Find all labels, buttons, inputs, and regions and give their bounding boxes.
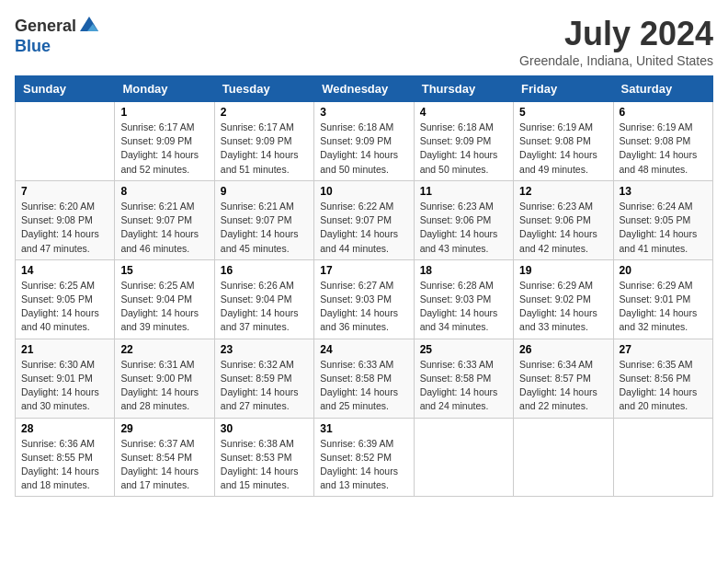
day-cell	[16, 102, 115, 181]
day-detail: Sunrise: 6:37 AM Sunset: 8:54 PM Dayligh…	[120, 437, 208, 493]
day-number: 6	[620, 106, 707, 119]
day-detail: Sunrise: 6:26 AM Sunset: 9:04 PM Dayligh…	[221, 279, 308, 335]
day-number: 5	[519, 106, 607, 119]
day-cell: 21Sunrise: 6:30 AM Sunset: 9:01 PM Dayli…	[16, 339, 115, 418]
day-cell	[514, 418, 613, 497]
week-row-4: 21Sunrise: 6:30 AM Sunset: 9:01 PM Dayli…	[16, 339, 713, 418]
logo-blue: Blue	[15, 37, 51, 56]
day-number: 25	[420, 343, 507, 356]
day-number: 9	[221, 185, 308, 198]
day-number: 14	[21, 264, 108, 277]
header-friday: Friday	[514, 76, 613, 102]
day-number: 24	[320, 343, 407, 356]
day-detail: Sunrise: 6:25 AM Sunset: 9:04 PM Dayligh…	[120, 279, 208, 335]
day-number: 22	[120, 343, 208, 356]
day-detail: Sunrise: 6:35 AM Sunset: 8:56 PM Dayligh…	[620, 358, 707, 414]
day-cell: 18Sunrise: 6:28 AM Sunset: 9:03 PM Dayli…	[414, 259, 513, 339]
logo-icon	[78, 15, 100, 37]
day-number: 30	[221, 422, 308, 435]
day-cell: 15Sunrise: 6:25 AM Sunset: 9:04 PM Dayli…	[115, 259, 214, 339]
header-row: SundayMondayTuesdayWednesdayThursdayFrid…	[16, 76, 713, 102]
day-detail: Sunrise: 6:27 AM Sunset: 9:03 PM Dayligh…	[320, 279, 407, 335]
day-number: 8	[120, 185, 208, 198]
day-detail: Sunrise: 6:18 AM Sunset: 9:09 PM Dayligh…	[320, 121, 407, 177]
day-cell: 13Sunrise: 6:24 AM Sunset: 9:05 PM Dayli…	[613, 180, 712, 259]
header-monday: Monday	[115, 76, 214, 102]
day-cell	[613, 418, 712, 497]
title-area: July 2024 Greendale, Indiana, United Sta…	[519, 15, 713, 68]
header-sunday: Sunday	[16, 76, 115, 102]
day-cell: 1Sunrise: 6:17 AM Sunset: 9:09 PM Daylig…	[115, 102, 214, 181]
day-number: 31	[320, 422, 407, 435]
day-detail: Sunrise: 6:19 AM Sunset: 9:08 PM Dayligh…	[620, 121, 707, 177]
week-row-3: 14Sunrise: 6:25 AM Sunset: 9:05 PM Dayli…	[16, 259, 713, 339]
subtitle: Greendale, Indiana, United States	[519, 53, 713, 68]
day-cell: 20Sunrise: 6:29 AM Sunset: 9:01 PM Dayli…	[613, 259, 712, 339]
day-cell: 31Sunrise: 6:39 AM Sunset: 8:52 PM Dayli…	[314, 418, 414, 497]
day-detail: Sunrise: 6:33 AM Sunset: 8:58 PM Dayligh…	[320, 358, 407, 414]
day-detail: Sunrise: 6:39 AM Sunset: 8:52 PM Dayligh…	[320, 437, 407, 493]
day-detail: Sunrise: 6:34 AM Sunset: 8:57 PM Dayligh…	[519, 358, 607, 414]
logo-general: General	[15, 17, 76, 36]
day-number: 18	[420, 264, 507, 277]
day-detail: Sunrise: 6:22 AM Sunset: 9:07 PM Dayligh…	[320, 200, 407, 256]
day-detail: Sunrise: 6:18 AM Sunset: 9:09 PM Dayligh…	[420, 121, 507, 177]
day-detail: Sunrise: 6:17 AM Sunset: 9:09 PM Dayligh…	[221, 121, 308, 177]
day-detail: Sunrise: 6:32 AM Sunset: 8:59 PM Dayligh…	[221, 358, 308, 414]
day-cell: 27Sunrise: 6:35 AM Sunset: 8:56 PM Dayli…	[613, 339, 712, 418]
calendar-table: SundayMondayTuesdayWednesdayThursdayFrid…	[15, 75, 713, 497]
day-number: 2	[221, 106, 308, 119]
day-detail: Sunrise: 6:31 AM Sunset: 9:00 PM Dayligh…	[120, 358, 208, 414]
day-detail: Sunrise: 6:21 AM Sunset: 9:07 PM Dayligh…	[120, 200, 208, 256]
day-number: 23	[221, 343, 308, 356]
day-cell: 29Sunrise: 6:37 AM Sunset: 8:54 PM Dayli…	[115, 418, 214, 497]
day-cell: 30Sunrise: 6:38 AM Sunset: 8:53 PM Dayli…	[214, 418, 313, 497]
week-row-2: 7Sunrise: 6:20 AM Sunset: 9:08 PM Daylig…	[16, 180, 713, 259]
day-number: 15	[120, 264, 208, 277]
day-cell: 6Sunrise: 6:19 AM Sunset: 9:08 PM Daylig…	[613, 102, 712, 181]
day-number: 10	[320, 185, 407, 198]
header-thursday: Thursday	[414, 76, 513, 102]
day-detail: Sunrise: 6:30 AM Sunset: 9:01 PM Dayligh…	[21, 358, 108, 414]
day-number: 29	[120, 422, 208, 435]
day-cell: 5Sunrise: 6:19 AM Sunset: 9:08 PM Daylig…	[514, 102, 613, 181]
day-detail: Sunrise: 6:24 AM Sunset: 9:05 PM Dayligh…	[620, 200, 707, 256]
header-saturday: Saturday	[613, 76, 712, 102]
day-number: 26	[519, 343, 607, 356]
day-cell: 26Sunrise: 6:34 AM Sunset: 8:57 PM Dayli…	[514, 339, 613, 418]
day-cell: 4Sunrise: 6:18 AM Sunset: 9:09 PM Daylig…	[414, 102, 513, 181]
day-detail: Sunrise: 6:29 AM Sunset: 9:02 PM Dayligh…	[519, 279, 607, 335]
day-detail: Sunrise: 6:20 AM Sunset: 9:08 PM Dayligh…	[21, 200, 108, 256]
day-detail: Sunrise: 6:17 AM Sunset: 9:09 PM Dayligh…	[120, 121, 208, 177]
day-detail: Sunrise: 6:28 AM Sunset: 9:03 PM Dayligh…	[420, 279, 507, 335]
day-cell: 8Sunrise: 6:21 AM Sunset: 9:07 PM Daylig…	[115, 180, 214, 259]
day-number: 16	[221, 264, 308, 277]
day-cell: 12Sunrise: 6:23 AM Sunset: 9:06 PM Dayli…	[514, 180, 613, 259]
day-detail: Sunrise: 6:29 AM Sunset: 9:01 PM Dayligh…	[620, 279, 707, 335]
day-cell: 14Sunrise: 6:25 AM Sunset: 9:05 PM Dayli…	[16, 259, 115, 339]
day-cell: 3Sunrise: 6:18 AM Sunset: 9:09 PM Daylig…	[314, 102, 414, 181]
day-cell: 2Sunrise: 6:17 AM Sunset: 9:09 PM Daylig…	[214, 102, 313, 181]
day-detail: Sunrise: 6:21 AM Sunset: 9:07 PM Dayligh…	[221, 200, 308, 256]
day-number: 12	[519, 185, 607, 198]
header-tuesday: Tuesday	[214, 76, 313, 102]
week-row-5: 28Sunrise: 6:36 AM Sunset: 8:55 PM Dayli…	[16, 418, 713, 497]
header-wednesday: Wednesday	[314, 76, 414, 102]
page-header: General Blue July 2024 Greendale, Indian…	[15, 15, 713, 68]
day-detail: Sunrise: 6:38 AM Sunset: 8:53 PM Dayligh…	[221, 437, 308, 493]
day-cell: 11Sunrise: 6:23 AM Sunset: 9:06 PM Dayli…	[414, 180, 513, 259]
day-number: 11	[420, 185, 507, 198]
day-cell: 22Sunrise: 6:31 AM Sunset: 9:00 PM Dayli…	[115, 339, 214, 418]
main-title: July 2024	[519, 15, 713, 53]
day-number: 21	[21, 343, 108, 356]
day-number: 1	[120, 106, 208, 119]
day-cell	[414, 418, 513, 497]
day-cell: 19Sunrise: 6:29 AM Sunset: 9:02 PM Dayli…	[514, 259, 613, 339]
logo: General Blue	[15, 15, 100, 56]
day-cell: 24Sunrise: 6:33 AM Sunset: 8:58 PM Dayli…	[314, 339, 414, 418]
day-number: 7	[21, 185, 108, 198]
day-detail: Sunrise: 6:25 AM Sunset: 9:05 PM Dayligh…	[21, 279, 108, 335]
day-cell: 28Sunrise: 6:36 AM Sunset: 8:55 PM Dayli…	[16, 418, 115, 497]
day-cell: 25Sunrise: 6:33 AM Sunset: 8:58 PM Dayli…	[414, 339, 513, 418]
day-detail: Sunrise: 6:23 AM Sunset: 9:06 PM Dayligh…	[519, 200, 607, 256]
